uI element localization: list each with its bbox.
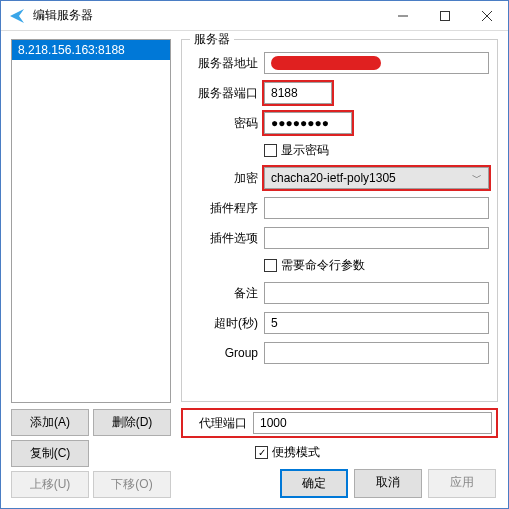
server-addr-label: 服务器地址	[190, 55, 258, 72]
portable-label: 便携模式	[272, 444, 320, 461]
server-addr-input[interactable]	[264, 52, 489, 74]
move-down-button[interactable]: 下移(O)	[93, 471, 171, 498]
encryption-value: chacha20-ietf-poly1305	[271, 171, 396, 185]
copy-button[interactable]: 复制(C)	[11, 440, 89, 467]
titlebar: 编辑服务器	[1, 1, 508, 31]
remark-label: 备注	[190, 285, 258, 302]
window-title: 编辑服务器	[33, 7, 93, 24]
redacted-address	[271, 56, 381, 70]
proxy-port-input[interactable]: 1000	[253, 412, 492, 434]
svg-rect-1	[441, 11, 450, 20]
password-label: 密码	[190, 115, 258, 132]
plugin-program-label: 插件程序	[190, 200, 258, 217]
encryption-label: 加密	[190, 170, 258, 187]
close-button[interactable]	[466, 1, 508, 31]
show-password-checkbox[interactable]	[264, 144, 277, 157]
group-input[interactable]	[264, 342, 489, 364]
ok-button[interactable]: 确定	[280, 469, 348, 498]
plugin-program-input[interactable]	[264, 197, 489, 219]
show-password-label: 显示密码	[281, 142, 329, 159]
cancel-button[interactable]: 取消	[354, 469, 422, 498]
app-icon	[9, 8, 25, 24]
remark-input[interactable]	[264, 282, 489, 304]
window-controls	[382, 1, 508, 31]
timeout-label: 超时(秒)	[190, 315, 258, 332]
proxy-section: 代理端口 1000	[181, 408, 498, 438]
proxy-port-label: 代理端口	[187, 415, 247, 432]
window: 编辑服务器 8.218.156.163:8188 添加(A) 删除(D) 复制(…	[0, 0, 509, 509]
password-input[interactable]: ●●●●●●●●	[264, 112, 352, 134]
server-groupbox: 服务器 服务器地址 服务器端口 8188 密码 ●●●●●●●●	[181, 39, 498, 402]
server-port-label: 服务器端口	[190, 85, 258, 102]
need-cli-checkbox[interactable]	[264, 259, 277, 272]
server-form: 服务器地址 服务器端口 8188 密码 ●●●●●●●● 显示密码	[190, 52, 489, 364]
move-up-button[interactable]: 上移(U)	[11, 471, 89, 498]
chevron-down-icon: ﹀	[472, 171, 482, 185]
right-pane: 服务器 服务器地址 服务器端口 8188 密码 ●●●●●●●●	[181, 39, 498, 498]
encryption-select[interactable]: chacha20-ietf-poly1305 ﹀	[264, 167, 489, 189]
plugin-options-label: 插件选项	[190, 230, 258, 247]
add-button[interactable]: 添加(A)	[11, 409, 89, 436]
need-cli-label: 需要命令行参数	[281, 257, 365, 274]
timeout-input[interactable]: 5	[264, 312, 489, 334]
portable-checkbox[interactable]	[255, 446, 268, 459]
content: 8.218.156.163:8188 添加(A) 删除(D) 复制(C) 上移(…	[1, 31, 508, 508]
apply-button[interactable]: 应用	[428, 469, 496, 498]
server-list-item[interactable]: 8.218.156.163:8188	[12, 40, 170, 60]
server-port-input[interactable]: 8188	[264, 82, 332, 104]
group-label: Group	[190, 346, 258, 360]
server-list[interactable]: 8.218.156.163:8188	[11, 39, 171, 403]
maximize-button[interactable]	[424, 1, 466, 31]
minimize-button[interactable]	[382, 1, 424, 31]
left-pane: 8.218.156.163:8188 添加(A) 删除(D) 复制(C) 上移(…	[11, 39, 171, 498]
groupbox-title: 服务器	[190, 31, 234, 48]
footer-buttons: 确定 取消 应用	[181, 469, 498, 498]
left-buttons: 添加(A) 删除(D) 复制(C) 上移(U) 下移(O)	[11, 409, 171, 498]
delete-button[interactable]: 删除(D)	[93, 409, 171, 436]
plugin-options-input[interactable]	[264, 227, 489, 249]
